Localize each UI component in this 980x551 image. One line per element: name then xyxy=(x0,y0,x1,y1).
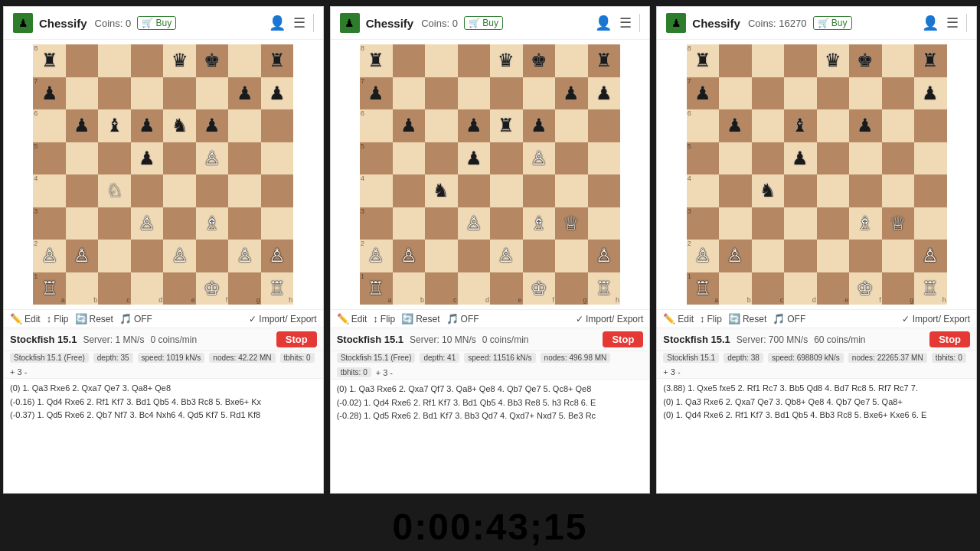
cell-d2[interactable] xyxy=(784,240,817,272)
cell-a1[interactable]: ♖1a xyxy=(360,272,393,305)
cell-g8[interactable] xyxy=(882,44,915,77)
cell-g7[interactable] xyxy=(882,77,915,110)
edit-button[interactable]: ✏️Edit xyxy=(337,313,368,324)
cell-c3[interactable] xyxy=(425,207,458,240)
cell-h5[interactable] xyxy=(261,142,294,175)
cell-c4[interactable]: ♘ xyxy=(98,174,131,207)
cell-h6[interactable] xyxy=(914,109,947,142)
cell-d3[interactable]: ♙ xyxy=(458,207,491,240)
cell-g3[interactable] xyxy=(228,207,261,240)
cell-c7[interactable] xyxy=(98,77,131,110)
cell-c7[interactable] xyxy=(752,77,785,110)
cell-e7[interactable] xyxy=(163,77,196,110)
cell-d5[interactable]: ♟ xyxy=(131,142,164,175)
cell-b2[interactable]: ♙ xyxy=(393,240,426,272)
cell-e6[interactable]: ♜ xyxy=(490,109,523,142)
cell-d3[interactable] xyxy=(784,207,817,240)
cell-d6[interactable]: ♟ xyxy=(131,109,164,142)
stop-button[interactable]: Stop xyxy=(276,331,317,347)
reset-button[interactable]: 🔄Reset xyxy=(401,313,439,324)
cell-f6[interactable]: ♟ xyxy=(523,109,556,142)
cell-g6[interactable] xyxy=(555,109,588,142)
cell-d6[interactable]: ♝ xyxy=(784,109,817,142)
cell-g7[interactable]: ♟ xyxy=(228,77,261,110)
cell-c1[interactable]: c xyxy=(98,272,131,305)
cell-f5[interactable]: ♙ xyxy=(523,142,556,175)
cell-f6[interactable]: ♟ xyxy=(196,109,229,142)
cell-b8[interactable] xyxy=(393,44,426,77)
cell-c7[interactable] xyxy=(425,77,458,110)
cell-b5[interactable] xyxy=(719,142,752,175)
cell-c5[interactable] xyxy=(98,142,131,175)
cell-e8[interactable]: ♛ xyxy=(163,44,196,77)
cell-b3[interactable] xyxy=(66,207,99,240)
cell-h7[interactable]: ♟ xyxy=(588,77,621,110)
cell-g2[interactable]: ♙ xyxy=(228,240,261,272)
cell-b3[interactable] xyxy=(719,207,752,240)
cell-f2[interactable] xyxy=(849,240,882,272)
cell-e3[interactable] xyxy=(490,207,523,240)
cell-g8[interactable] xyxy=(228,44,261,77)
analysis-line-2[interactable]: (-0.02) 1. Qd4 Rxe6 2. Rf1 Kf7 3. Bd1 Qb… xyxy=(337,396,644,410)
cell-f7[interactable] xyxy=(849,77,882,110)
cell-b4[interactable] xyxy=(393,174,426,207)
cell-g2[interactable] xyxy=(882,240,915,272)
off-button[interactable]: 🎵OFF xyxy=(773,313,805,324)
cell-b6[interactable]: ♟ xyxy=(393,109,426,142)
cell-a2[interactable]: ♙2 xyxy=(360,240,393,272)
cell-e3[interactable] xyxy=(163,207,196,240)
cell-f8[interactable]: ♚ xyxy=(849,44,882,77)
cell-h8[interactable]: ♜ xyxy=(261,44,294,77)
cell-d4[interactable] xyxy=(784,174,817,207)
cell-e8[interactable]: ♛ xyxy=(490,44,523,77)
cell-f5[interactable]: ♙ xyxy=(196,142,229,175)
cell-c8[interactable] xyxy=(752,44,785,77)
cell-h7[interactable]: ♟ xyxy=(914,77,947,110)
cell-h8[interactable]: ♜ xyxy=(588,44,621,77)
cell-d2[interactable] xyxy=(131,240,164,272)
cell-e2[interactable]: ♙ xyxy=(490,240,523,272)
cell-c2[interactable] xyxy=(425,240,458,272)
cell-d5[interactable]: ♟ xyxy=(458,142,491,175)
cell-h2[interactable]: ♙ xyxy=(588,240,621,272)
cell-h1[interactable]: ♖h xyxy=(914,272,947,305)
cell-e6[interactable] xyxy=(817,109,850,142)
cell-d4[interactable] xyxy=(458,174,491,207)
cell-e1[interactable]: e xyxy=(490,272,523,305)
cell-a7[interactable]: ♟7 xyxy=(360,77,393,110)
cell-a5[interactable]: 5 xyxy=(360,142,393,175)
import-export-button[interactable]: ✓ Import/ Export xyxy=(249,314,317,324)
cell-e1[interactable]: e xyxy=(163,272,196,305)
cell-e5[interactable] xyxy=(163,142,196,175)
cell-f7[interactable] xyxy=(196,77,229,110)
analysis-line-1[interactable]: (3.88) 1. Qxe5 fxe5 2. Rf1 Rc7 3. Bb5 Qd… xyxy=(663,382,970,396)
cell-h7[interactable]: ♟ xyxy=(261,77,294,110)
cell-h3[interactable] xyxy=(261,207,294,240)
analysis-line-3[interactable]: (-0.28) 1. Qd5 Rxe6 2. Bd1 Kf7 3. Bb3 Qd… xyxy=(337,409,644,423)
cell-a8[interactable]: ♜8 xyxy=(33,44,66,77)
cell-f3[interactable]: ♗ xyxy=(196,207,229,240)
cell-g4[interactable] xyxy=(555,174,588,207)
stop-button[interactable]: Stop xyxy=(603,331,643,347)
cell-d1[interactable]: d xyxy=(458,272,491,305)
analysis-line-1[interactable]: (0) 1. Qa3 Rxe6 2. Qxa7 Qe7 3. Qa8+ Qe8 xyxy=(10,382,317,396)
cell-c6[interactable]: ♝ xyxy=(98,109,131,142)
flip-button[interactable]: ↕️Flip xyxy=(373,313,395,324)
cell-b2[interactable]: ♙ xyxy=(66,240,99,272)
cell-b6[interactable]: ♟ xyxy=(66,109,99,142)
cell-b1[interactable]: b xyxy=(393,272,426,305)
cell-b8[interactable] xyxy=(66,44,99,77)
cell-a6[interactable]: 6 xyxy=(360,109,393,142)
cell-a2[interactable]: ♙2 xyxy=(33,240,66,272)
cell-e2[interactable] xyxy=(817,240,850,272)
menu-icon[interactable]: ☰ xyxy=(619,15,632,31)
analysis-line-2[interactable]: (0) 1. Qa3 Rxe6 2. Qxa7 Qe7 3. Qb8+ Qe8 … xyxy=(663,396,970,409)
cell-d7[interactable] xyxy=(784,77,817,110)
cell-b4[interactable] xyxy=(719,174,752,207)
cell-c1[interactable]: c xyxy=(752,272,785,305)
user-icon[interactable]: 👤 xyxy=(595,15,612,31)
cell-f4[interactable] xyxy=(523,174,556,207)
cell-c8[interactable] xyxy=(98,44,131,77)
cell-c4[interactable]: ♞ xyxy=(425,174,458,207)
cell-g8[interactable] xyxy=(555,44,588,77)
